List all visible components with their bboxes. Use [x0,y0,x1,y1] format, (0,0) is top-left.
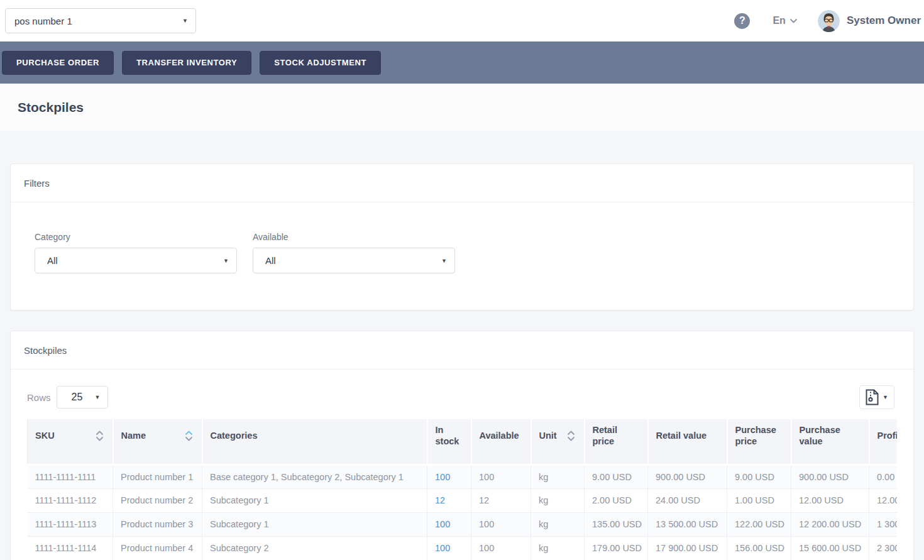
cell-retail-value: 13 500.00 USD [648,512,727,536]
cell-purchase-value: 15 600.00 USD [791,536,869,560]
transfer-inventory-button[interactable]: TRANSFER INVENTORY [122,51,251,75]
cell-sku: 1111-1111-1112 [28,488,113,512]
cell-profit: 0.00 USD [869,464,898,488]
cell-purchase-price: 156.00 USD [727,536,791,560]
cell-available: 100 [471,512,531,536]
cell-name: Product number 2 [113,488,202,512]
sort-asc-icon-active [185,431,193,436]
column-header-categories: Categories [202,419,427,452]
sort-icons [96,431,104,441]
available-filter: Available All ▼ [253,232,455,273]
column-header-unit[interactable]: Unit [531,419,585,452]
in-stock-link[interactable]: 100 [435,472,450,482]
sort-asc-icon [96,431,104,436]
cell-categories: Subcategory 1 [202,512,427,536]
sort-desc-icon [185,436,193,441]
column-header-retail-price: Retail price [585,419,648,452]
cell-retail-price: 9.00 USD [585,464,648,488]
cell-categories: Subcategory 2 [202,536,427,560]
dropdown-caret-icon: ▼ [95,394,101,400]
stockpiles-card-title: Stockpiles [11,331,913,370]
rows-per-page: Rows 25 ▼ [27,386,108,409]
rows-label: Rows [27,392,51,403]
cell-unit: kg [531,536,585,560]
export-button[interactable]: ▼ [859,385,894,409]
table-row: 1111-1111-1111 Product number 1 Base cat… [28,464,898,488]
stockpiles-table: SKU Name [27,419,897,560]
in-stock-link[interactable]: 100 [435,543,450,553]
stock-adjustment-button[interactable]: STOCK ADJUSTMENT [260,51,381,75]
action-bar: PURCHASE ORDER TRANSFER INVENTORY STOCK … [0,41,924,84]
table-row: 1111-1111-1114 Product number 4 Subcateg… [28,536,898,560]
cell-unit: kg [531,488,585,512]
available-label: Available [253,232,455,242]
cell-retail-price: 179.00 USD [585,536,648,560]
sort-icons [567,431,575,441]
purchase-order-button[interactable]: PURCHASE ORDER [2,51,114,75]
cell-profit: 2 300.00 USD [869,536,898,560]
category-filter: Category All ▼ [35,232,237,273]
cell-sku: 1111-1111-1113 [28,512,113,536]
table-row: 1111-1111-1112 Product number 2 Subcateg… [28,488,898,512]
sort-icons [185,431,193,441]
user-name[interactable]: System Owner [847,14,921,27]
cell-purchase-value: 900.00 USD [791,464,869,488]
sort-asc-icon [567,431,575,436]
cell-in-stock: 100 [427,512,471,536]
in-stock-link[interactable]: 12 [435,495,445,505]
available-select[interactable]: All ▼ [253,248,455,273]
dropdown-caret-icon: ▼ [223,258,229,264]
cell-in-stock: 100 [427,536,471,560]
help-icon[interactable]: ? [734,13,750,29]
topbar: pos number 1 ▼ ? En System Owner [0,0,924,41]
page-title: Stockpiles [18,100,84,115]
column-header-available: Available [471,419,531,452]
page-header: Stockpiles [0,84,924,131]
filters-card: Filters Category All ▼ Available All ▼ [10,163,914,310]
cell-purchase-value: 12.00 USD [791,488,869,512]
table-row: 1111-1111-1113 Product number 3 Subcateg… [28,512,898,536]
export-caret-icon: ▼ [883,394,888,400]
cell-retail-price: 135.00 USD [585,512,648,536]
column-header-retail-value: Retail value [648,419,727,452]
rows-per-page-value: 25 [72,392,83,403]
column-header-sku[interactable]: SKU [28,419,113,452]
stockpiles-card: Stockpiles Rows 25 ▼ ▼ [10,331,914,560]
cell-unit: kg [531,464,585,488]
rows-per-page-select[interactable]: 25 ▼ [57,386,108,409]
zip-file-export-icon [866,389,879,405]
dropdown-caret-icon: ▼ [441,258,447,264]
cell-retail-value: 24.00 USD [648,488,727,512]
category-select[interactable]: All ▼ [35,248,237,273]
cell-profit: 12.00 USD [869,488,898,512]
sort-desc-icon [96,436,104,441]
table-toolbar: Rows 25 ▼ ▼ [11,370,913,419]
language-selector[interactable]: En [773,15,796,26]
cell-unit: kg [531,512,585,536]
cell-sku: 1111-1111-1111 [28,464,113,488]
cell-categories: Base category 1, Subcategory 2, Subcateg… [202,464,427,488]
header-filter-row [28,452,898,464]
sort-desc-icon [567,436,575,441]
content: Filters Category All ▼ Available All ▼ S… [0,131,924,560]
avatar[interactable] [818,10,840,32]
cell-in-stock: 100 [427,464,471,488]
in-stock-link[interactable]: 100 [435,519,450,529]
cell-available: 12 [471,488,531,512]
cell-purchase-price: 9.00 USD [727,464,791,488]
category-select-value: All [47,255,58,266]
column-header-name[interactable]: Name [113,419,202,452]
column-header-purchase-price: Purchase price [727,419,791,452]
cell-categories: Subcategory 1 [202,488,427,512]
cell-in-stock: 12 [427,488,471,512]
cell-available: 100 [471,464,531,488]
filters-body: Category All ▼ Available All ▼ [11,202,913,310]
column-header-profit: Profit [869,419,898,452]
filters-card-title: Filters [11,164,913,202]
cell-retail-price: 2.00 USD [585,488,648,512]
pos-select-value: pos number 1 [14,16,72,26]
topbar-right: ? En System Owner [734,10,924,32]
cell-name: Product number 4 [113,536,202,560]
pos-select[interactable]: pos number 1 ▼ [5,8,196,33]
cell-name: Product number 3 [113,512,202,536]
